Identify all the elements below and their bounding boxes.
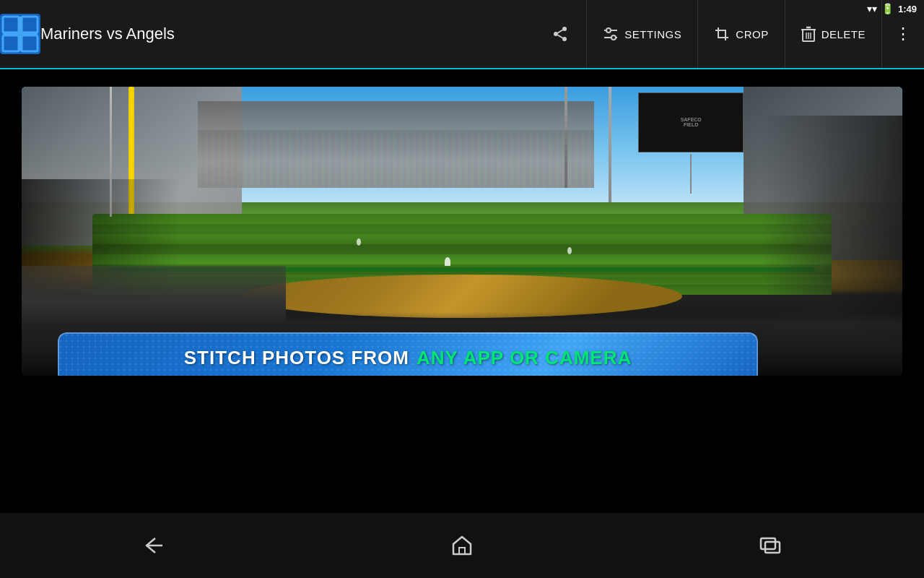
status-bar: ▾▾ 🔋 1:49 bbox=[867, 0, 924, 17]
settings-icon bbox=[603, 26, 619, 42]
toolbar-actions: SETTINGS CROP DELETE ⋮ bbox=[534, 0, 924, 68]
app-title: Mariners vs Angels bbox=[40, 25, 534, 43]
home-icon bbox=[451, 535, 473, 556]
recent-apps-icon bbox=[759, 537, 781, 554]
bottom-nav bbox=[0, 513, 924, 578]
status-time: 1:49 bbox=[898, 4, 917, 14]
svg-point-8 bbox=[554, 32, 558, 36]
overflow-icon: ⋮ bbox=[895, 25, 911, 43]
banner-green-text: ANY APP OR CAMERA bbox=[417, 347, 632, 369]
delete-icon bbox=[801, 26, 816, 42]
share-button[interactable] bbox=[534, 0, 586, 68]
delete-label: DELETE bbox=[821, 28, 866, 40]
svg-marker-23 bbox=[453, 537, 471, 554]
back-icon bbox=[142, 535, 165, 556]
home-button[interactable] bbox=[433, 524, 491, 567]
panorama-frame: SAFECOFIELD bbox=[22, 87, 902, 376]
back-button[interactable] bbox=[125, 524, 183, 567]
app-bar: Mariners vs Angels SETTINGS bbox=[0, 0, 924, 69]
crop-label: CROP bbox=[736, 28, 768, 40]
wifi-icon: ▾▾ bbox=[867, 3, 877, 14]
promotional-banner[interactable]: STITCH PHOTOS FROM ANY APP OR CAMERA bbox=[58, 332, 758, 376]
settings-button[interactable]: SETTINGS bbox=[586, 0, 697, 68]
battery-icon: 🔋 bbox=[881, 3, 894, 14]
svg-line-11 bbox=[558, 30, 563, 33]
settings-label: SETTINGS bbox=[624, 28, 681, 40]
banner-text: STITCH PHOTOS FROM ANY APP OR CAMERA bbox=[184, 347, 632, 369]
svg-rect-26 bbox=[765, 542, 780, 553]
crop-icon bbox=[714, 26, 730, 42]
panorama-image[interactable]: SAFECOFIELD bbox=[22, 87, 902, 376]
svg-point-7 bbox=[562, 27, 567, 31]
crop-button[interactable]: CROP bbox=[697, 0, 784, 68]
svg-rect-25 bbox=[761, 538, 775, 549]
svg-rect-24 bbox=[459, 548, 465, 554]
recent-apps-button[interactable] bbox=[741, 524, 799, 567]
banner-white-text: STITCH PHOTOS FROM bbox=[184, 347, 409, 369]
share-icon bbox=[552, 25, 569, 43]
panorama-container: SAFECOFIELD bbox=[0, 87, 924, 376]
svg-point-15 bbox=[611, 35, 616, 40]
svg-point-13 bbox=[606, 28, 611, 33]
svg-point-9 bbox=[562, 37, 567, 41]
app-logo bbox=[0, 14, 40, 54]
svg-line-10 bbox=[558, 35, 563, 38]
